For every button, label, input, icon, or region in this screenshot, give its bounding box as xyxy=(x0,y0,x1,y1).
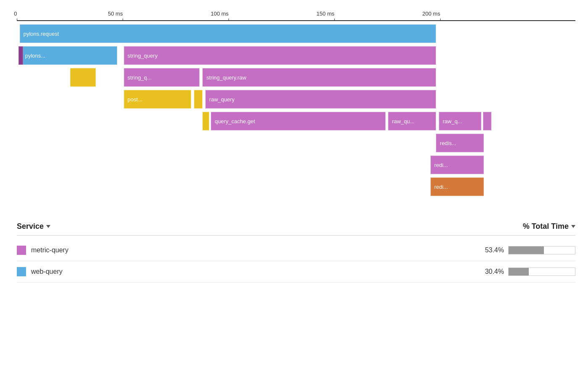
pct-bar-fill xyxy=(509,268,529,275)
flame-bar-pylons-request[interactable]: pylons.request xyxy=(20,24,436,43)
service-header-label: Service xyxy=(17,222,44,231)
pct-bar-fill xyxy=(509,246,544,254)
flame-bar-redis-1[interactable]: redis... xyxy=(436,134,484,152)
legend-pct-cell: 53.4% xyxy=(485,246,575,254)
pct-bar-container xyxy=(508,246,575,254)
service-sort-icon[interactable] xyxy=(46,225,50,228)
legend-header: Service % Total Time xyxy=(17,222,575,236)
tick-line xyxy=(440,19,441,21)
flame-bar-post-small[interactable]: post... xyxy=(124,90,192,109)
legend-service-cell: web-query xyxy=(17,267,63,276)
tick-label: 50 ms xyxy=(108,11,123,17)
flame-bar-string-q-small[interactable]: string_q... xyxy=(124,68,200,87)
legend-service-name: web-query xyxy=(31,268,63,275)
legend-color-swatch xyxy=(17,246,26,255)
legend-pct-value: 53.4% xyxy=(485,246,504,254)
tick-line xyxy=(334,19,335,21)
axis-tick: 100 ms xyxy=(228,19,229,21)
legend-service-cell: metric-query xyxy=(17,246,68,255)
tick-line xyxy=(123,19,123,21)
tick-label: 0 xyxy=(14,11,17,17)
flame-bar-yellow-1[interactable] xyxy=(70,68,95,87)
flame-bar-yellow-small-2[interactable] xyxy=(194,90,202,109)
flame-bar-string-query[interactable]: string_query xyxy=(124,46,436,65)
legend-service-header[interactable]: Service xyxy=(17,222,50,231)
legend-rows: metric-query53.4%web-query30.4% xyxy=(17,240,575,283)
axis-tick: 0 xyxy=(17,19,17,21)
legend-pct-value: 30.4% xyxy=(485,268,504,275)
axis-line xyxy=(17,20,575,21)
tick-label: 200 ms xyxy=(423,11,441,17)
flame-bar-yellow-small-3[interactable] xyxy=(202,112,209,130)
flame-bar-raw-query[interactable]: raw_query xyxy=(205,90,436,109)
legend-row: metric-query53.4% xyxy=(17,240,575,261)
pct-sort-icon[interactable] xyxy=(571,225,575,228)
axis-tick: 150 ms xyxy=(334,19,335,21)
flame-bar-query-cache-get[interactable]: query_cache.get xyxy=(211,112,385,130)
legend-pct-cell: 30.4% xyxy=(485,267,575,276)
tick-label: 100 ms xyxy=(211,11,229,17)
flamechart: pylons.requestpylons...string_querystrin… xyxy=(17,24,575,209)
axis-tick: 200 ms xyxy=(440,19,441,21)
pct-bar-container xyxy=(508,267,575,276)
legend-service-name: metric-query xyxy=(31,246,68,254)
legend-row: web-query30.4% xyxy=(17,261,575,283)
flame-bar-purple-small-1[interactable] xyxy=(18,46,23,65)
flame-bar-raw-q-small[interactable]: raw_q... xyxy=(439,112,481,130)
timeline-axis: 050 ms100 ms150 ms200 ms xyxy=(17,8,575,21)
flame-bar-purple-tiny[interactable] xyxy=(483,112,491,130)
flame-bar-raw-qu-small[interactable]: raw_qu... xyxy=(388,112,436,130)
legend-section: Service % Total Time metric-query53.4%we… xyxy=(13,222,575,283)
legend-pct-header[interactable]: % Total Time xyxy=(523,222,575,231)
axis-tick: 50 ms xyxy=(123,19,123,21)
tick-line xyxy=(17,19,17,21)
pct-header-label: % Total Time xyxy=(523,222,569,231)
tick-line xyxy=(228,19,229,21)
flame-bar-redi-orange[interactable]: redi... xyxy=(430,177,484,196)
flame-bar-redi-2[interactable]: redi... xyxy=(430,156,484,174)
legend-color-swatch xyxy=(17,267,26,276)
tick-label: 150 ms xyxy=(317,11,335,17)
flame-bar-pylons-inner[interactable]: pylons... xyxy=(21,46,117,65)
flame-bar-string-query-raw[interactable]: string_query.raw xyxy=(202,68,436,87)
